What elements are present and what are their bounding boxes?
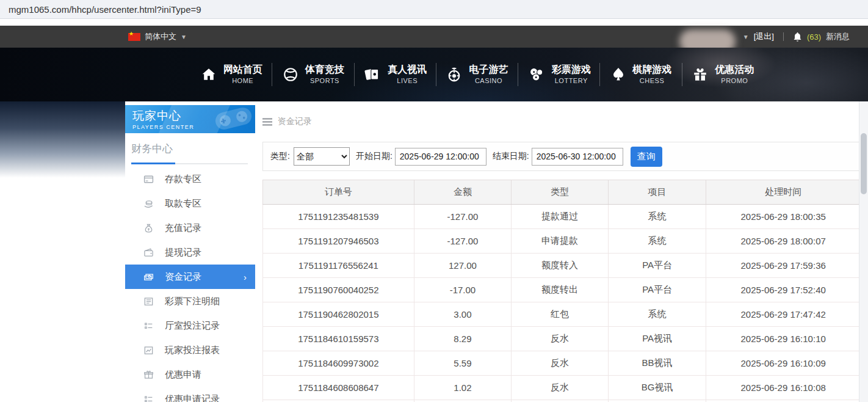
nav-item-casino[interactable]: 电子游艺CASINO <box>436 48 518 101</box>
user-topbar: ★ 简体中文 ▼ ▼ [退出] (63) 新消息 <box>0 26 868 48</box>
list-icon <box>143 321 154 331</box>
nav-label: 体育竞技SPORTS <box>305 64 344 86</box>
table-cell: 3.00 <box>414 302 512 327</box>
table-cell: 2025-06-29 16:10:09 <box>706 351 861 376</box>
table-cell: 2025-06-29 17:47:42 <box>706 302 861 327</box>
table-cell: PA视讯 <box>608 327 706 351</box>
sidebar-item-提现记录[interactable]: 提现记录 <box>125 240 255 265</box>
new-message-label[interactable]: 新消息 <box>826 31 850 42</box>
table-row: 1751191207946503-127.00申请提款系统2025-06-29 … <box>263 229 861 254</box>
logout-link[interactable]: [退出] <box>754 31 774 42</box>
end-date-input[interactable] <box>532 148 623 166</box>
list-icon <box>143 394 154 402</box>
table-cell: 1.02 <box>414 376 512 400</box>
sidebar-item-label: 彩票下注明细 <box>165 296 220 307</box>
china-flag-icon: ★ <box>128 33 140 41</box>
table-cell: 1751184608608647 <box>263 376 414 400</box>
table-cell: 2025-06-29 17:59:36 <box>706 254 861 278</box>
sidebar-item-label: 取款专区 <box>165 198 201 210</box>
sidebar-item-存款专区[interactable]: 存款专区 <box>125 167 255 191</box>
table-cell: 1751184610159573 <box>263 327 414 351</box>
column-header: 处理时间 <box>706 180 861 205</box>
banknote-icon <box>143 272 154 282</box>
table-cell: -127.00 <box>414 205 512 229</box>
nav-label-zh: 棋牌游戏 <box>632 64 671 76</box>
start-date-input[interactable] <box>395 148 486 166</box>
language-selector[interactable]: ★ 简体中文 ▼ <box>128 31 187 42</box>
gift-box-icon <box>143 370 154 380</box>
nav-label-zh: 电子游艺 <box>469 64 508 76</box>
deposit-card-icon <box>143 174 154 185</box>
nav-item-lottery[interactable]: 彩票游戏LOTTERY <box>518 48 600 101</box>
nav-item-sports[interactable]: 体育竞技SPORTS <box>272 48 354 101</box>
breadcrumb: 资金记录 <box>262 115 861 128</box>
nav-label-zh: 彩票游戏 <box>552 64 591 76</box>
table-cell: 反水 <box>512 376 609 400</box>
end-date-label: 结束日期: <box>493 151 529 162</box>
withdraw-hand-icon <box>143 199 154 209</box>
sidebar-item-优惠申请记录[interactable]: 优惠申请记录 <box>125 387 255 402</box>
table-cell: 5.59 <box>414 351 512 376</box>
chevron-down-icon[interactable]: ▼ <box>743 34 749 40</box>
sidebar-item-label: 存款专区 <box>165 174 201 185</box>
sidebar-item-label: 资金记录 <box>165 271 201 283</box>
sidebar-item-取款专区[interactable]: 取款专区 <box>125 191 255 216</box>
nav-item-chess[interactable]: 棋牌游戏CHESS <box>600 48 682 101</box>
sidebar-item-彩票下注明细[interactable]: 彩票下注明细 <box>125 289 255 313</box>
table-cell: 127.00 <box>414 254 512 278</box>
table-cell: 系统 <box>608 229 706 254</box>
wallet-icon <box>143 247 154 258</box>
nav-item-lives[interactable]: 真人视讯LIVES <box>355 48 436 101</box>
hamburger-icon[interactable] <box>262 118 272 126</box>
column-header: 类型 <box>512 180 609 205</box>
column-header: 金额 <box>414 180 512 205</box>
nav-label-zh: 真人视讯 <box>388 64 427 76</box>
browser-url-bar[interactable]: mgm1065.com/hhcp/usercenter.html?iniType… <box>0 0 868 19</box>
nav-label-zh: 优惠活动 <box>715 64 754 76</box>
funds-record-panel: 资金记录 类型: 全部 开始日期: 结束日期: 查询 订单号金额类型项目处理时间… <box>262 105 861 402</box>
table-cell: 额度转入 <box>512 254 609 278</box>
finance-center-label: 财务中心 <box>131 142 248 156</box>
nav-label-zh: 网站首页 <box>223 64 262 76</box>
table-cell: 1751190462802015 <box>263 302 414 327</box>
table-row-partial <box>263 400 861 402</box>
sidebar-item-资金记录[interactable]: 资金记录› <box>125 265 255 289</box>
table-row: 17511846086086471.02反水BG视讯2025-06-29 16:… <box>263 376 861 400</box>
sidebar-title-zh: 玩家中心 <box>132 108 255 124</box>
nav-item-home[interactable]: 网站首页HOME <box>190 48 272 101</box>
sidebar-item-label: 厅室投注记录 <box>165 320 220 332</box>
type-select[interactable]: 全部 <box>294 147 350 166</box>
sidebar-item-label: 优惠申请 <box>165 369 201 381</box>
table-cell: 1751184609973002 <box>263 351 414 376</box>
chevron-right-icon: › <box>244 272 247 282</box>
bell-icon[interactable] <box>793 32 802 42</box>
table-cell: 8.29 <box>414 327 512 351</box>
language-label: 简体中文 <box>145 31 176 42</box>
scrollbar[interactable] <box>859 101 868 402</box>
table-row: 1751191176556241127.00额度转入PA平台2025-06-29… <box>263 254 861 278</box>
breadcrumb-label: 资金记录 <box>278 116 312 127</box>
sidebar-item-充值记录[interactable]: 充值记录 <box>125 216 255 240</box>
table-row: 1751191235481539-127.00提款通过系统2025-06-29 … <box>263 205 861 229</box>
sidebar-item-玩家投注报表[interactable]: 玩家投注报表 <box>125 338 255 362</box>
table-cell: 1751191207946503 <box>263 229 414 254</box>
sidebar-item-厅室投注记录[interactable]: 厅室投注记录 <box>125 313 255 338</box>
message-count[interactable]: (63) <box>807 32 821 42</box>
sidebar-item-优惠申请[interactable]: 优惠申请 <box>125 362 255 387</box>
report-chart-icon <box>143 345 154 356</box>
table-cell: 提款通过 <box>512 205 609 229</box>
nav-label: 优惠活动PROMO <box>715 64 754 86</box>
table-cell: 红包 <box>512 302 609 327</box>
playing-cards-icon <box>364 67 381 82</box>
table-cell: 1751190760040252 <box>263 278 414 302</box>
table-cell <box>512 400 609 402</box>
search-button[interactable]: 查询 <box>631 147 662 167</box>
home-icon <box>201 67 217 82</box>
table-cell: -127.00 <box>414 229 512 254</box>
table-cell <box>414 400 512 402</box>
table-row: 17511846099730025.59反水BB视讯2025-06-29 16:… <box>263 351 861 376</box>
table-cell: 2025-06-29 18:00:07 <box>706 229 861 254</box>
nav-item-promo[interactable]: 优惠活动PROMO <box>682 48 764 101</box>
scrollbar-thumb[interactable] <box>861 133 867 194</box>
sidebar-section: 财务中心 <box>125 133 255 164</box>
